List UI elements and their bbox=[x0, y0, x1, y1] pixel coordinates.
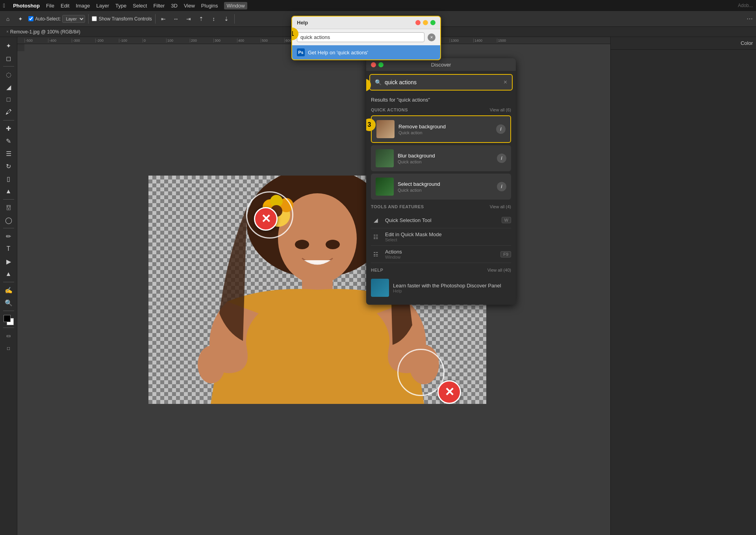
crop-icon[interactable]: □ bbox=[2, 94, 15, 105]
path-select-icon[interactable]: ▶ bbox=[2, 256, 15, 267]
blur-bg-info-btn[interactable]: i bbox=[497, 154, 506, 163]
home-icon[interactable]: ⌂ bbox=[3, 14, 13, 24]
quick-mask-name: Edit in Quick Mask Mode bbox=[385, 231, 511, 237]
tab-close-icon[interactable]: × bbox=[6, 30, 9, 34]
align-center-v-icon[interactable]: ↕ bbox=[209, 14, 219, 24]
left-toolbar: ✦ ◻ ◌ ◢ □ 🖍 ✚ ✎ ☰ ↻ ▯ ▲ ⍔ ◯ ✏ T ▶ ▲ ✍ 🔍 … bbox=[0, 37, 17, 535]
discover-panel: 2 Discover 🔍 × Results for "quick action… bbox=[366, 58, 516, 305]
help-close-btn[interactable] bbox=[415, 20, 421, 25]
eyedropper-icon[interactable]: 🖍 bbox=[2, 107, 15, 118]
toolbar-auto-select: Auto-Select: Layer bbox=[28, 15, 85, 23]
select-bg-thumb-img bbox=[376, 178, 394, 196]
align-left-icon[interactable]: ⇤ bbox=[159, 14, 168, 24]
menu-image[interactable]: Image bbox=[76, 3, 90, 9]
tools-view-all[interactable]: View all (4) bbox=[490, 204, 511, 209]
align-bottom-icon[interactable]: ⇣ bbox=[222, 14, 231, 24]
menu-filter[interactable]: Filter bbox=[153, 3, 165, 9]
help-maximize-btn[interactable] bbox=[430, 20, 435, 25]
remove-bg-type: Quick action bbox=[398, 130, 492, 135]
more-options-icon[interactable]: ⋯ bbox=[747, 15, 753, 22]
discover-search-input[interactable] bbox=[385, 79, 500, 85]
blur-bg-thumb bbox=[376, 149, 394, 167]
ruler-mark: 200 bbox=[190, 39, 213, 43]
menu-layer[interactable]: Layer bbox=[96, 3, 109, 9]
discover-clear-button[interactable]: × bbox=[504, 79, 507, 86]
align-right-icon[interactable]: ⇥ bbox=[184, 14, 193, 24]
quick-select-tool-name: Quick Selection Tool bbox=[385, 217, 497, 223]
menu-select[interactable]: Select bbox=[133, 3, 147, 9]
select-bg-card[interactable]: Select background Quick action i bbox=[371, 174, 511, 200]
screen-mode-icon[interactable]: □ bbox=[2, 343, 15, 354]
apple-logo[interactable]:  bbox=[3, 2, 5, 9]
blur-bg-name: Blur background bbox=[398, 153, 493, 159]
align-center-h-icon[interactable]: ↔ bbox=[171, 14, 181, 24]
pen-icon[interactable]: ✏ bbox=[2, 231, 15, 242]
healing-icon[interactable]: ✚ bbox=[2, 123, 15, 134]
menu-type[interactable]: Type bbox=[115, 3, 126, 9]
blur-bg-card[interactable]: Blur background Quick action i bbox=[371, 145, 511, 171]
ruler-corner bbox=[17, 44, 24, 51]
brush-icon[interactable]: ✎ bbox=[2, 135, 15, 146]
help-info: Learn faster with the Photoshop Discover… bbox=[393, 283, 511, 293]
menu-view[interactable]: View bbox=[184, 3, 195, 9]
text-icon[interactable]: T bbox=[2, 243, 15, 254]
quick-mask-icon[interactable]: ▭ bbox=[2, 330, 15, 341]
remove-bg-card[interactable]: Remove background Quick action i bbox=[371, 115, 511, 143]
help-search-input[interactable] bbox=[297, 32, 424, 42]
discover-close-btn[interactable] bbox=[371, 62, 376, 67]
hand-icon[interactable]: ✍ bbox=[2, 285, 15, 296]
ruler-mark: 1300 bbox=[450, 39, 473, 43]
select-bg-info-btn[interactable]: i bbox=[497, 182, 506, 191]
marquee-icon[interactable]: ◻ bbox=[2, 53, 15, 64]
discover-zoom-btn[interactable] bbox=[378, 62, 384, 67]
transform-checkbox[interactable] bbox=[92, 16, 97, 21]
dodge-icon[interactable]: ◯ bbox=[2, 215, 15, 226]
document-tab[interactable]: × Remove-1.jpg @ 100% (RGB/8#) bbox=[3, 28, 83, 36]
divider-2 bbox=[155, 14, 156, 24]
color-swatch[interactable] bbox=[4, 315, 14, 325]
layer-select[interactable]: Layer bbox=[62, 15, 85, 23]
discover-panel-help-row[interactable]: Learn faster with the Photoshop Discover… bbox=[371, 276, 511, 300]
quick-selection-tool-row[interactable]: ◢ Quick Selection Tool W bbox=[371, 212, 511, 228]
help-view-all[interactable]: View all (40) bbox=[487, 268, 511, 272]
tool-divider-1 bbox=[3, 66, 14, 67]
quick-mask-category: Select bbox=[385, 237, 511, 242]
menu-edit[interactable]: Edit bbox=[61, 3, 69, 9]
menu-window[interactable]: Window bbox=[224, 2, 247, 9]
history-icon[interactable]: ↻ bbox=[2, 161, 15, 172]
clone-icon[interactable]: ☰ bbox=[2, 148, 15, 159]
actions-info: Actions Window bbox=[385, 249, 496, 259]
help-result-item[interactable]: Ps Get Help on 'quick actions' bbox=[292, 45, 440, 59]
canvas-content[interactable]: ✕ ✕ bbox=[24, 44, 610, 535]
align-top-icon[interactable]: ⇡ bbox=[196, 14, 206, 24]
menu-file[interactable]: File bbox=[46, 3, 54, 9]
help-item-title: Learn faster with the Photoshop Discover… bbox=[393, 283, 511, 289]
lasso-icon[interactable]: ◌ bbox=[2, 69, 15, 80]
zoom-icon[interactable]: 🔍 bbox=[2, 297, 15, 308]
menu-plugins[interactable]: Plugins bbox=[201, 3, 218, 9]
discover-search-area[interactable]: 🔍 × bbox=[369, 74, 513, 91]
move-icon[interactable]: ✦ bbox=[2, 40, 15, 51]
remove-bg-info-btn[interactable]: i bbox=[496, 124, 506, 134]
ps-icon: Ps bbox=[297, 48, 305, 56]
help-clear-button[interactable]: × bbox=[428, 33, 435, 41]
quick-actions-header: QUICK ACTIONS View all (6) bbox=[371, 107, 511, 112]
eraser-icon[interactable]: ▯ bbox=[2, 173, 15, 184]
auto-select-checkbox[interactable] bbox=[28, 16, 33, 21]
quick-mask-row[interactable]: ☷ Edit in Quick Mask Mode Select bbox=[371, 228, 511, 246]
help-popup: 1 Help × Ps Get Help on 'quick actions' bbox=[291, 16, 441, 60]
help-item-category: Help bbox=[393, 289, 511, 293]
move-tool-icon[interactable]: ✦ bbox=[16, 14, 25, 24]
blur-icon[interactable]: ⍔ bbox=[2, 202, 15, 213]
quick-actions-view-all[interactable]: View all (6) bbox=[490, 107, 511, 112]
red-x-1: ✕ bbox=[254, 207, 278, 231]
actions-row[interactable]: ☷ Actions Window F9 bbox=[371, 246, 511, 263]
ruler-mark: -200 bbox=[95, 39, 119, 43]
shape-icon[interactable]: ▲ bbox=[2, 268, 15, 280]
right-panel-header: Color bbox=[611, 37, 756, 50]
menu-3d[interactable]: 3D bbox=[171, 3, 178, 9]
foreground-color-swatch[interactable] bbox=[4, 315, 11, 322]
fill-icon[interactable]: ▲ bbox=[2, 186, 15, 197]
quick-select-icon[interactable]: ◢ bbox=[2, 81, 15, 93]
help-minimize-btn[interactable] bbox=[423, 20, 428, 25]
